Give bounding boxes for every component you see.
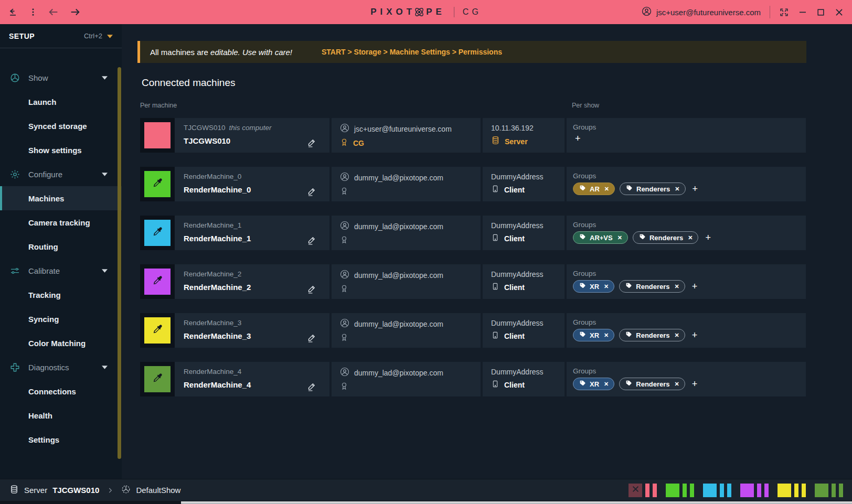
remove-tag-icon[interactable]: ✕ (617, 234, 622, 241)
machine-color-swatch[interactable] (144, 220, 171, 246)
machine-color-group[interactable] (740, 484, 769, 497)
color-bar[interactable] (794, 484, 798, 497)
user-account[interactable]: jsc+user@futureuniverse.com (642, 6, 761, 18)
machine-color-swatch[interactable] (144, 122, 171, 148)
machine-color-group[interactable] (815, 484, 843, 497)
color-square[interactable] (740, 484, 754, 497)
sidebar-item-camera-tracking[interactable]: Camera tracking (0, 210, 122, 234)
group-tag[interactable]: XR✕ (573, 378, 614, 390)
color-bar[interactable] (720, 484, 724, 497)
server-name[interactable]: TJCGWS010 (52, 486, 99, 495)
remove-tag-icon[interactable]: ✕ (688, 234, 693, 241)
sidebar-item-configure[interactable]: Configure (0, 162, 122, 186)
sidebar-item-tracking[interactable]: Tracking (0, 283, 122, 307)
per-machine-label: Per machine (140, 102, 177, 109)
machine-color-swatch[interactable] (144, 366, 171, 392)
edit-name-button[interactable] (306, 138, 316, 148)
group-tag[interactable]: Renderers✕ (619, 280, 685, 293)
sidebar-item-show-settings[interactable]: Show settings (0, 138, 122, 162)
chevron-down-icon[interactable] (102, 269, 108, 273)
group-tag[interactable]: Renderers✕ (620, 183, 686, 195)
chevron-down-icon[interactable] (102, 173, 108, 176)
main-content: All machines are editable. Use with care… (122, 24, 852, 479)
collapse-sidebar-icon[interactable] (8, 7, 18, 17)
sidebar-item-connections[interactable]: Connections (0, 379, 122, 403)
edit-name-button[interactable] (306, 187, 316, 197)
remove-tag-icon[interactable]: ✕ (604, 381, 609, 388)
group-tag[interactable]: XR✕ (573, 280, 614, 293)
sidebar-item-settings[interactable]: Settings (0, 427, 122, 452)
machine-color-group[interactable] (778, 484, 806, 497)
sidebar-item-diagnostics[interactable]: Diagnostics (0, 355, 122, 379)
sidebar-item-color-matching[interactable]: Color Matching (0, 331, 122, 355)
add-group-button[interactable]: + (692, 330, 698, 340)
edit-name-button[interactable] (306, 235, 316, 245)
color-bar[interactable] (764, 484, 769, 497)
remove-tag-icon[interactable]: ✕ (604, 332, 609, 339)
group-tag[interactable]: Renderers✕ (633, 231, 699, 244)
machine-color-group[interactable] (666, 484, 694, 497)
sidebar-item-routing[interactable]: Routing (0, 234, 122, 259)
sidebar-item-show[interactable]: Show (0, 66, 122, 90)
remove-tag-icon[interactable]: ✕ (604, 186, 609, 192)
color-bar[interactable] (832, 484, 836, 497)
group-tag[interactable]: Renderers✕ (619, 329, 685, 341)
close-button[interactable] (834, 7, 844, 17)
minimize-button[interactable] (798, 7, 807, 17)
machine-color-group[interactable] (629, 484, 657, 497)
chevron-down-icon[interactable] (102, 76, 108, 80)
color-bar[interactable] (802, 484, 806, 497)
remove-tag-icon[interactable]: ✕ (675, 332, 679, 339)
color-square[interactable] (778, 484, 791, 497)
remove-tag-icon[interactable]: ✕ (675, 381, 679, 388)
color-square[interactable] (666, 484, 679, 497)
add-group-button[interactable]: + (693, 184, 698, 194)
color-square[interactable] (815, 484, 828, 497)
add-group-button[interactable]: + (705, 233, 711, 242)
sidebar-item-machines[interactable]: Machines (0, 186, 122, 210)
machine-color-cell (140, 216, 175, 250)
sidebar-header[interactable]: SETUP Ctrl+2 (0, 24, 122, 48)
add-group-button[interactable]: + (575, 134, 581, 143)
sidebar-item-syncing[interactable]: Syncing (0, 307, 122, 331)
edit-name-button[interactable] (306, 284, 316, 294)
maximize-button[interactable] (816, 8, 825, 17)
group-tag[interactable]: AR+VS✕ (573, 231, 628, 244)
breadcrumb[interactable]: START > Storage > Machine Settings > Per… (322, 48, 502, 56)
sidebar-item-synced-storage[interactable]: Synced storage (0, 114, 122, 138)
edit-name-button[interactable] (306, 333, 316, 343)
color-bar[interactable] (839, 484, 843, 497)
color-bar[interactable] (645, 484, 649, 497)
add-group-button[interactable]: + (692, 379, 698, 389)
back-arrow-icon[interactable] (48, 6, 59, 18)
show-name[interactable]: DefaultShow (136, 486, 180, 495)
color-bar[interactable] (727, 484, 731, 497)
machine-color-swatch[interactable] (144, 317, 171, 344)
color-bar[interactable] (683, 484, 687, 497)
group-tag[interactable]: AR✕ (573, 183, 615, 195)
sidebar-item-health[interactable]: Health (0, 403, 122, 427)
edit-name-button[interactable] (306, 382, 316, 392)
setup-caret-icon[interactable] (107, 32, 113, 40)
remove-tag-icon[interactable]: ✕ (675, 186, 679, 192)
group-tag[interactable]: XR✕ (573, 329, 614, 341)
remove-tag-icon[interactable]: ✕ (675, 283, 679, 290)
chevron-down-icon[interactable] (102, 366, 108, 369)
sidebar-scrollbar[interactable] (118, 67, 121, 459)
kebab-menu-icon[interactable] (28, 7, 38, 17)
add-group-button[interactable]: + (692, 282, 698, 291)
color-bar[interactable] (757, 484, 761, 497)
machine-color-group[interactable] (703, 484, 731, 497)
forward-arrow-icon[interactable] (69, 6, 81, 18)
color-square[interactable] (703, 484, 717, 497)
color-bar[interactable] (653, 484, 657, 497)
machine-color-swatch[interactable] (144, 171, 171, 197)
color-bar[interactable] (690, 484, 694, 497)
group-tag[interactable]: Renderers✕ (619, 378, 685, 390)
sidebar-item-calibrate[interactable]: Calibrate (0, 259, 122, 283)
fit-window-icon[interactable] (779, 7, 789, 17)
remove-tag-icon[interactable]: ✕ (604, 283, 609, 290)
color-square[interactable] (629, 484, 642, 497)
machine-color-swatch[interactable] (144, 269, 171, 295)
sidebar-item-launch[interactable]: Launch (0, 90, 122, 114)
